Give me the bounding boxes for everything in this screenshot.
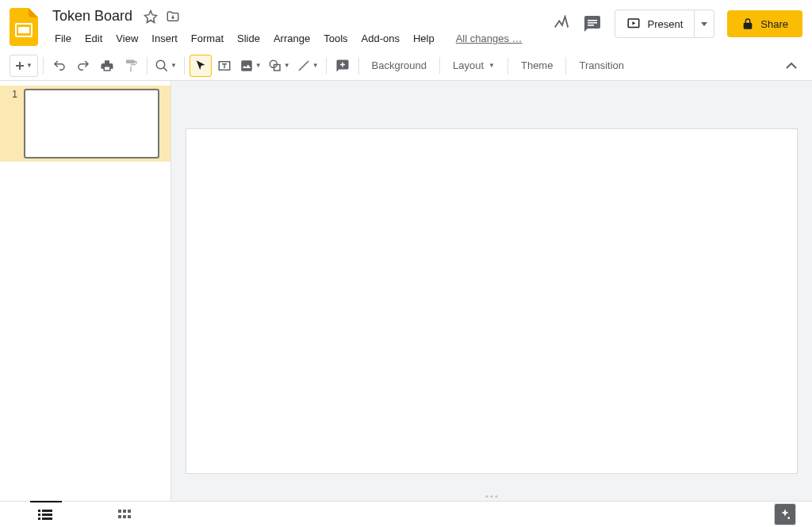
svg-rect-4 xyxy=(588,25,594,26)
menu-edit[interactable]: Edit xyxy=(79,29,108,48)
present-button-group: Present xyxy=(615,10,714,38)
transition-button[interactable]: Transition xyxy=(571,55,632,77)
present-button[interactable]: Present xyxy=(615,10,694,37)
svg-rect-11 xyxy=(42,510,52,512)
chevron-down-icon: ▼ xyxy=(26,62,33,69)
grid-view-icon xyxy=(118,510,131,519)
filmstrip-view-icon xyxy=(38,509,52,520)
share-label: Share xyxy=(760,18,788,30)
menu-tools[interactable]: Tools xyxy=(318,29,353,48)
chevron-down-icon: ▼ xyxy=(312,62,319,69)
theme-button[interactable]: Theme xyxy=(513,55,561,77)
add-comment-icon xyxy=(335,59,350,73)
changes-saved-link[interactable]: All changes … xyxy=(450,29,528,48)
textbox-tool[interactable] xyxy=(213,55,236,77)
menu-arrange[interactable]: Arrange xyxy=(268,29,316,48)
grid-view-button[interactable] xyxy=(113,503,136,525)
main-area: 1 xyxy=(0,81,812,501)
svg-rect-21 xyxy=(128,515,131,518)
line-tool[interactable]: ▼ xyxy=(294,55,321,77)
print-icon xyxy=(100,59,114,73)
filmstrip-view-button[interactable] xyxy=(33,503,57,525)
footer xyxy=(0,501,812,527)
svg-rect-1 xyxy=(18,27,29,33)
present-icon xyxy=(626,17,641,31)
svg-point-22 xyxy=(787,517,790,519)
menu-file[interactable]: File xyxy=(49,29,77,48)
separator xyxy=(565,57,566,74)
plus-icon xyxy=(15,61,25,71)
document-title[interactable]: Token Board xyxy=(49,6,136,26)
paint-format-button[interactable] xyxy=(120,55,142,77)
star-icon[interactable] xyxy=(144,10,158,24)
thumbnail-preview xyxy=(24,89,159,158)
svg-rect-3 xyxy=(588,22,597,24)
chevron-down-icon: ▼ xyxy=(488,62,495,69)
chevron-down-icon: ▼ xyxy=(255,62,262,69)
cursor-icon xyxy=(194,59,207,72)
move-icon[interactable] xyxy=(166,10,180,24)
image-icon xyxy=(239,59,254,73)
svg-rect-13 xyxy=(42,514,52,516)
svg-rect-19 xyxy=(118,515,121,518)
line-icon xyxy=(297,59,311,73)
menu-view[interactable]: View xyxy=(110,29,144,48)
activity-icon[interactable] xyxy=(553,15,570,32)
zoom-icon xyxy=(155,59,169,73)
separator xyxy=(184,57,185,74)
svg-rect-20 xyxy=(123,515,126,518)
explore-button[interactable] xyxy=(774,503,796,525)
menu-addons[interactable]: Add-ons xyxy=(356,29,405,48)
menu-insert[interactable]: Insert xyxy=(146,29,183,48)
select-tool[interactable] xyxy=(190,55,212,77)
title-area: Token Board File Edit View Insert Format… xyxy=(49,6,528,48)
separator xyxy=(326,57,327,74)
comments-icon[interactable] xyxy=(583,14,602,33)
undo-button[interactable] xyxy=(48,55,71,77)
slide-canvas[interactable] xyxy=(186,128,798,474)
active-view-indicator xyxy=(30,501,62,502)
slides-logo[interactable] xyxy=(10,8,41,40)
svg-rect-10 xyxy=(38,510,40,512)
svg-rect-14 xyxy=(38,517,40,520)
redo-button[interactable] xyxy=(72,55,94,77)
chevron-down-icon xyxy=(701,22,707,26)
comment-tool[interactable] xyxy=(331,55,354,77)
redo-icon xyxy=(76,59,90,73)
zoom-button[interactable]: ▼ xyxy=(152,55,179,77)
svg-point-6 xyxy=(156,60,165,69)
explore-icon xyxy=(779,508,791,521)
present-label: Present xyxy=(647,18,683,30)
background-button[interactable]: Background xyxy=(364,55,435,77)
menu-format[interactable]: Format xyxy=(186,29,229,48)
shape-icon xyxy=(268,59,282,73)
present-dropdown[interactable] xyxy=(694,10,714,37)
separator xyxy=(358,57,359,74)
separator xyxy=(508,57,508,74)
image-tool[interactable]: ▼ xyxy=(237,55,264,77)
share-button[interactable]: Share xyxy=(727,10,802,37)
chevron-down-icon: ▼ xyxy=(170,62,177,69)
filmstrip[interactable]: 1 xyxy=(0,81,171,501)
canvas-area[interactable] xyxy=(171,81,812,501)
slide-thumbnail-1[interactable]: 1 xyxy=(0,86,170,162)
svg-rect-2 xyxy=(588,20,597,21)
separator xyxy=(439,57,440,74)
header-right: Present Share xyxy=(553,10,802,38)
notes-drag-handle[interactable] xyxy=(486,495,498,498)
svg-rect-15 xyxy=(42,517,52,520)
menu-bar: File Edit View Insert Format Slide Arran… xyxy=(49,29,528,48)
shape-tool[interactable]: ▼ xyxy=(266,55,293,77)
menu-help[interactable]: Help xyxy=(408,29,440,48)
layout-button[interactable]: Layout▼ xyxy=(445,55,503,77)
separator xyxy=(43,57,44,74)
chevron-down-icon: ▼ xyxy=(284,62,290,69)
print-button[interactable] xyxy=(96,55,118,77)
chevron-up-icon xyxy=(786,63,797,69)
separator xyxy=(147,57,147,74)
svg-rect-12 xyxy=(38,514,40,516)
collapse-menus-button[interactable] xyxy=(780,55,802,77)
menu-slide[interactable]: Slide xyxy=(232,29,266,48)
new-slide-button[interactable]: ▼ xyxy=(10,55,38,77)
slide-number: 1 xyxy=(0,89,24,158)
